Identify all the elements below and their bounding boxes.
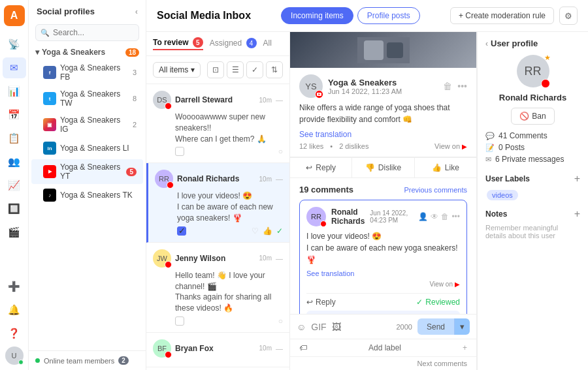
- complete-icon[interactable]: ○: [278, 147, 283, 156]
- main-header: Social Media Inbox Incoming items Profil…: [146, 0, 588, 32]
- add-label-button[interactable]: +: [574, 173, 580, 185]
- nav-help[interactable]: ❓: [3, 323, 26, 344]
- sidebar-item-tk[interactable]: ♪ Yoga & Sneakers TK: [31, 185, 143, 205]
- send-options-button[interactable]: ▾: [454, 318, 470, 335]
- list-item[interactable]: RR Ronald Richards 10m — I love your vid…: [146, 163, 289, 242]
- nav-apps[interactable]: 🔲: [3, 198, 26, 219]
- hide-icon[interactable]: —: [276, 175, 283, 183]
- comment-view-on[interactable]: View on ▶: [306, 281, 460, 288]
- avatar: BF: [153, 339, 171, 358]
- see-translation-link[interactable]: See translation: [299, 130, 351, 139]
- filter-check-icon[interactable]: ✓: [246, 61, 263, 78]
- comments-count: 19 comments: [299, 185, 353, 194]
- more-icon[interactable]: •••: [451, 212, 460, 221]
- nav-analytics[interactable]: 📊: [3, 81, 26, 102]
- yt-icon: ▶: [43, 165, 56, 178]
- separator: •: [330, 142, 333, 150]
- filter-calendar-icon[interactable]: ⊡: [207, 61, 224, 78]
- sidebar-item-badge: 5: [126, 168, 137, 176]
- filter-date-icon[interactable]: ☰: [227, 61, 244, 78]
- ban-button[interactable]: 🚫 Ban: [511, 108, 554, 125]
- tab-assigned[interactable]: Assigned 4: [210, 38, 257, 50]
- section-label: Yoga & Sneakers: [42, 48, 105, 57]
- sidebar-item-li[interactable]: in Yoga & Sneakers LI: [31, 138, 143, 158]
- like-icon[interactable]: ♡: [252, 226, 259, 236]
- reply-button[interactable]: ↩ Reply: [290, 158, 352, 177]
- svg-rect-2: [387, 42, 403, 58]
- message-time: 10m: [259, 97, 272, 104]
- hide-icon[interactable]: —: [276, 345, 283, 352]
- user-icon[interactable]: 👤: [418, 212, 428, 221]
- add-note-button[interactable]: +: [574, 208, 580, 220]
- tab-profile-posts[interactable]: Profile posts: [357, 7, 420, 24]
- select-checkbox[interactable]: ✓: [177, 226, 186, 236]
- reply-toolbar: ☺ GIF 🖼 2000 Send ▾: [290, 314, 476, 339]
- sidebar-item-yt[interactable]: ▶ Yoga & Sneakers YT 5: [31, 159, 143, 184]
- sidebar-item-ig[interactable]: ▣ Yoga & Sneakers IG 2: [31, 112, 143, 137]
- nav-user-avatar[interactable]: U: [5, 347, 24, 365]
- trash-icon[interactable]: 🗑: [443, 81, 452, 91]
- tab-incoming-items[interactable]: Incoming items: [281, 7, 353, 24]
- thumbsup-icon[interactable]: 👍: [263, 226, 272, 236]
- tab-to-review[interactable]: To review 5: [153, 37, 203, 50]
- commenter-name: Jenny Wilson: [175, 254, 255, 263]
- gif-icon[interactable]: GIF: [311, 322, 326, 332]
- fb-icon: f: [43, 66, 56, 79]
- yt-platform-badge: [165, 351, 172, 358]
- previous-comments-link[interactable]: Previous comments: [404, 186, 467, 194]
- nav-add[interactable]: ➕: [3, 276, 26, 297]
- more-icon[interactable]: •••: [457, 81, 467, 91]
- nav-home[interactable]: 📡: [3, 34, 26, 55]
- posts-count-stat: 0 Posts: [498, 143, 525, 152]
- search-input[interactable]: [35, 24, 139, 41]
- nav-inbox[interactable]: ✉: [3, 57, 26, 78]
- nav-posts[interactable]: 📋: [3, 128, 26, 149]
- preview-background: [290, 32, 476, 68]
- filter-select[interactable]: All items ▾: [153, 62, 201, 78]
- send-group: Send ▾: [417, 318, 470, 335]
- comment-stat-icon: 💬: [485, 132, 495, 140]
- nav-notifications[interactable]: 🔔: [3, 300, 26, 320]
- next-comments-link[interactable]: Next comments: [417, 360, 467, 367]
- comment-footer-actions: ↩ Reply ✓ Reviewed: [306, 293, 460, 307]
- select-checkbox[interactable]: [175, 147, 184, 156]
- eye-icon[interactable]: 👁: [431, 212, 438, 221]
- sidebar-section-yoga[interactable]: ▾ Yoga & Sneakers 18: [29, 45, 146, 59]
- back-arrow-icon[interactable]: ‹: [485, 39, 488, 48]
- nav-team[interactable]: 👥: [3, 151, 26, 172]
- see-translation-link[interactable]: See translation: [306, 270, 354, 277]
- settings-button[interactable]: ⚙: [559, 7, 578, 25]
- add-label-plus[interactable]: +: [463, 343, 467, 352]
- hide-icon[interactable]: —: [276, 96, 283, 104]
- image-icon[interactable]: 🖼: [332, 322, 341, 332]
- sidebar-item-fb[interactable]: f Yoga & Sneakers FB 3: [31, 60, 143, 85]
- complete-icon[interactable]: ○: [278, 316, 283, 326]
- nav-media[interactable]: 🎬: [3, 222, 26, 243]
- send-button[interactable]: Send: [417, 318, 454, 335]
- comment-reply-button[interactable]: ↩ Reply: [306, 298, 336, 307]
- user-profile-header: ‹ User profile: [485, 39, 580, 48]
- list-item[interactable]: JW Jenny Wilson 10m — Hello team! 👋 I lo…: [146, 243, 289, 333]
- yt-comment-badge: [320, 221, 327, 227]
- nav-reports[interactable]: 📈: [3, 175, 26, 196]
- list-item[interactable]: DS Darrell Steward 10m — Wooooawwww supe…: [146, 84, 289, 163]
- dislike-button[interactable]: 👎 Dislike: [352, 158, 414, 177]
- sidebar-item-tw[interactable]: t Yoga & Sneakers TW 8: [31, 86, 143, 111]
- comments-stat: 💬 41 Comments: [485, 131, 580, 140]
- trash-icon[interactable]: 🗑: [441, 212, 449, 221]
- complete-icon[interactable]: ✓: [276, 226, 283, 236]
- emoji-icon[interactable]: ☺: [297, 322, 306, 332]
- select-checkbox[interactable]: [175, 316, 184, 326]
- tab-all[interactable]: All: [263, 39, 272, 49]
- like-button[interactable]: 👍 Like: [415, 158, 476, 177]
- list-item[interactable]: BF Bryan Fox 10m —: [146, 333, 289, 367]
- nav-calendar[interactable]: 📅: [3, 104, 26, 125]
- create-moderation-rule-button[interactable]: + Create moderation rule: [450, 7, 554, 24]
- hide-icon[interactable]: —: [276, 254, 283, 262]
- view-on-yt[interactable]: View on ▶: [434, 142, 467, 150]
- inbox-filter-bar: All items ▾ ⊡ ☰ ✓ ⇅: [146, 56, 289, 84]
- like-icon: 👍: [432, 163, 442, 172]
- collapse-icon[interactable]: ‹: [135, 7, 138, 16]
- label-tag[interactable]: videos: [487, 190, 518, 200]
- filter-sort-icon[interactable]: ⇅: [266, 61, 283, 78]
